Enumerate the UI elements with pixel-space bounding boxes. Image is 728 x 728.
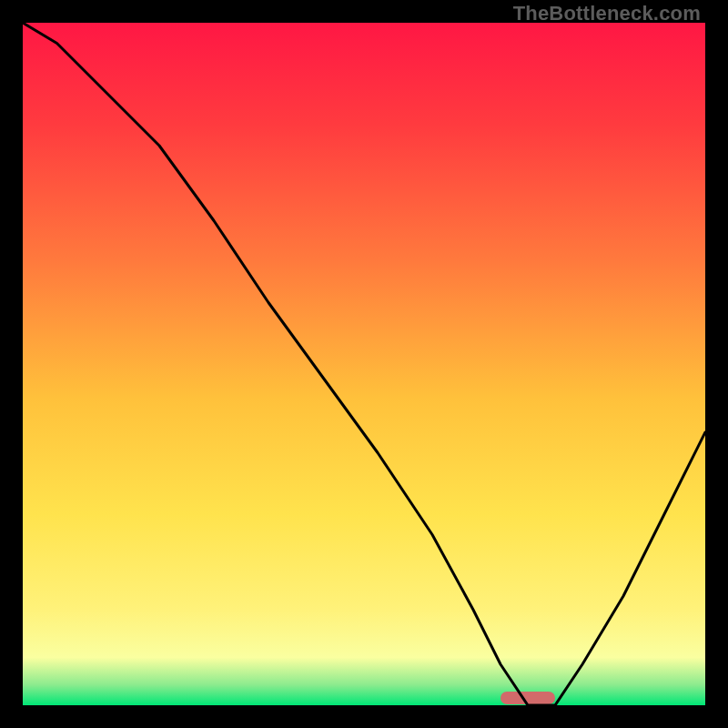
heat-background [23, 23, 705, 705]
bottleneck-plot [23, 23, 705, 705]
chart-frame [0, 0, 728, 728]
watermark-label: TheBottleneck.com [513, 2, 701, 25]
optimal-zone-marker [500, 692, 555, 704]
